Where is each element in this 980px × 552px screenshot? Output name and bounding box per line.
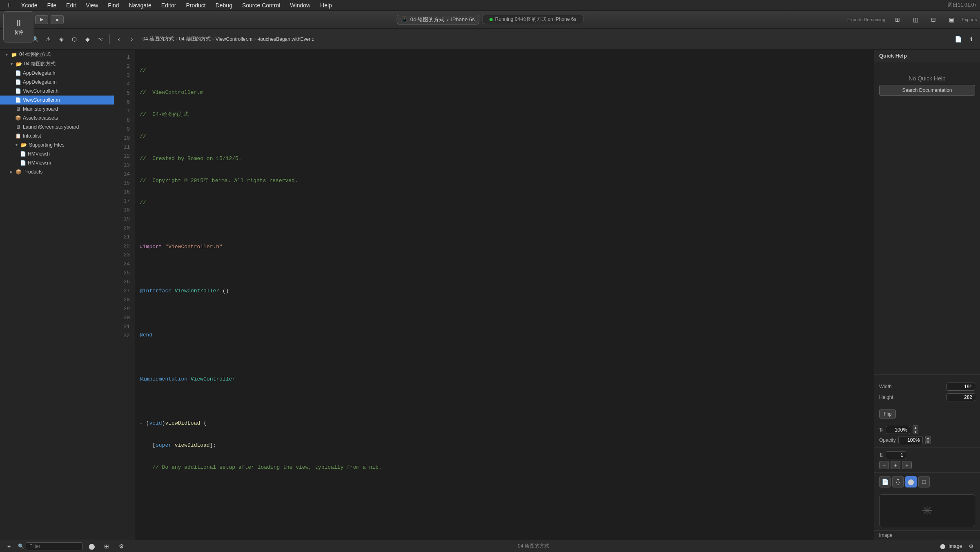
bottom-layout-btn[interactable]: ⊞ — [101, 541, 112, 552]
minus-button[interactable]: − — [879, 461, 889, 469]
hmview-h-icon: 📄 — [20, 151, 26, 157]
bottom-settings-btn[interactable]: ⚙ — [116, 541, 127, 552]
circle-icon-btn[interactable]: ⬤ — [905, 476, 917, 487]
plus-minus-row: − + + — [879, 461, 975, 469]
thickness-input[interactable]: 1 — [886, 451, 906, 459]
code-line-5: // Created by Romeo on 15/12/5. — [140, 154, 869, 163]
scale-down-arrow[interactable]: ▼ — [913, 430, 918, 434]
scheme-selector[interactable]: 📱 04-绘图的方式 › iPhone 6s — [397, 15, 479, 24]
sidebar-item-main-storyboard[interactable]: 🖥 Main.storyboard — [0, 105, 114, 114]
sidebar-item-root-project[interactable]: 📁 04-绘图的方式 — [0, 50, 114, 59]
opacity-up-arrow[interactable]: ▲ — [925, 436, 931, 440]
code-icon-btn[interactable]: {} — [892, 476, 904, 487]
menu-find[interactable]: Find — [104, 1, 123, 9]
sidebar-viewcontroller-h: ViewController.h — [23, 88, 111, 94]
breakpoint-btn[interactable]: ◆ — [82, 33, 93, 45]
sidebar-item-products[interactable]: 📦 Products — [0, 167, 114, 176]
warning-btn[interactable]: ⚠ — [42, 33, 54, 45]
code-container[interactable]: 1 2 3 4 5 6 7 8 9 10 11 12 13 14 15 16 1… — [114, 50, 874, 540]
menu-navigate[interactable]: Navigate — [125, 1, 156, 9]
bottom-bar: + 🔍 ⬤ ⊞ ⚙ 04-绘图的方式 ⬤ image ⚙ — [0, 540, 980, 552]
exports-remaining: Exports Remaining — [847, 17, 885, 22]
layout-btn-4[interactable]: ▣ — [946, 14, 957, 25]
sidebar-item-viewcontroller-m[interactable]: 📄 ViewController.m — [0, 96, 114, 105]
sidebar-item-viewcontroller-h[interactable]: 📄 ViewController.h — [0, 87, 114, 96]
menu-debug[interactable]: Debug — [212, 1, 236, 9]
plus-button-2[interactable]: + — [902, 461, 912, 469]
sidebar-main-storyboard: Main.storyboard — [23, 106, 111, 112]
git-btn[interactable]: ⌥ — [95, 33, 106, 45]
sidebar-item-info-plist[interactable]: 📋 Info.plist — [0, 131, 114, 140]
sidebar-item-group[interactable]: 📂 04-绘图的方式 — [0, 59, 114, 69]
secondary-toolbar: 📁 ⚑ 🔍 ⚠ ◈ ⬡ ◆ ⌥ ‹ › 04-绘图的方式 › 04-绘图的方式 … — [0, 29, 980, 50]
code-line-2: // ViewController.m — [140, 88, 869, 97]
line-num-13: 13 — [114, 161, 135, 170]
right-panel-btn-1[interactable]: 📄 — [952, 33, 964, 45]
triangle-icon-3 — [15, 143, 18, 147]
opacity-down-arrow[interactable]: ▼ — [925, 440, 931, 444]
breadcrumb-part-2[interactable]: 04-绘图的方式 — [179, 36, 210, 42]
menu-editor[interactable]: Editor — [157, 1, 180, 9]
layout-btn-3[interactable]: ⊟ — [928, 14, 939, 25]
sidebar-item-assets[interactable]: 📦 Assets.xcassets — [0, 114, 114, 122]
sidebar-item-hmview-m[interactable]: 📄 HMView.m — [0, 158, 114, 167]
bottom-add-btn[interactable]: + — [3, 541, 15, 552]
code-content[interactable]: // // ViewController.m // 04-绘图的方式 // //… — [135, 50, 874, 540]
line-num-11: 11 — [114, 143, 135, 152]
bottom-search-input[interactable] — [26, 542, 83, 550]
back-btn[interactable]: ‹ — [113, 33, 125, 45]
line-num-23: 23 — [114, 251, 135, 260]
stop-button[interactable]: ■ — [51, 15, 64, 24]
square-icon-btn[interactable]: □ — [918, 476, 930, 487]
line-num-25: 25 — [114, 269, 135, 278]
width-input[interactable] — [947, 383, 975, 391]
apple-menu[interactable]:  — [3, 2, 16, 9]
file-icon-btn[interactable]: 📄 — [879, 476, 891, 487]
line-num-24: 24 — [114, 260, 135, 269]
line-num-27: 27 — [114, 287, 135, 296]
breadcrumb-part-4[interactable]: -touchesBegan:withEvent: — [257, 36, 314, 42]
menu-product[interactable]: Product — [182, 1, 209, 9]
bottom-right-btn[interactable]: ⚙ — [965, 541, 977, 552]
launch-storyboard-icon: 🖥 — [15, 124, 21, 130]
sidebar-supporting: Supporting Files — [29, 142, 111, 148]
test-btn[interactable]: ◈ — [56, 33, 67, 45]
sidebar-item-launchscreen[interactable]: 🖥 LaunchScreen.storyboard — [0, 122, 114, 131]
image-label-row: image — [874, 530, 980, 540]
menu-xcode[interactable]: Xcode — [17, 1, 42, 9]
code-line-10 — [140, 265, 869, 274]
menu-window[interactable]: Window — [286, 1, 314, 9]
bottom-info: 04-绘图的方式 — [518, 543, 549, 550]
right-panel-header: Quick Help — [874, 50, 980, 62]
breadcrumb-part-3[interactable]: ViewController.m — [216, 36, 252, 42]
exports-btn[interactable]: Exports — [964, 14, 975, 25]
plus-button[interactable]: + — [891, 461, 900, 469]
thickness-up-down-icon: ⇅ — [879, 452, 883, 458]
debug-btn[interactable]: ⬡ — [69, 33, 80, 45]
menu-edit[interactable]: Edit — [62, 1, 80, 9]
flip-button[interactable]: Flip — [879, 410, 896, 418]
scale-up-arrow[interactable]: ▲ — [913, 425, 918, 430]
layout-btn-2[interactable]: ◫ — [910, 14, 921, 25]
forward-btn[interactable]: › — [126, 33, 138, 45]
bottom-toggle-btn[interactable]: ⬤ — [86, 541, 98, 552]
opacity-input[interactable]: 100% — [898, 436, 923, 444]
sidebar-item-supporting-files[interactable]: 📂 Supporting Files — [0, 140, 114, 149]
code-line-14 — [140, 353, 869, 362]
search-documentation-button[interactable]: Search Documentation — [879, 85, 975, 96]
menu-source-control[interactable]: Source Control — [238, 1, 284, 9]
sidebar-item-hmview-h[interactable]: 📄 HMView.h — [0, 149, 114, 158]
menu-view[interactable]: View — [82, 1, 102, 9]
breadcrumb-sep-3: › — [254, 36, 256, 42]
right-panel-btn-2[interactable]: ℹ — [965, 33, 977, 45]
height-input[interactable] — [947, 393, 975, 401]
sidebar-item-appdelegate-h[interactable]: 📄 AppDelegate.h — [0, 69, 114, 78]
sidebar-item-appdelegate-m[interactable]: 📄 AppDelegate.m — [0, 78, 114, 87]
scale-input-1[interactable]: 100% — [886, 426, 910, 434]
menu-help[interactable]: Help — [316, 1, 336, 9]
breadcrumb-part-1[interactable]: 04-绘图的方式 — [143, 36, 174, 42]
layout-btn-1[interactable]: ⊞ — [892, 14, 903, 25]
width-field: Width — [879, 381, 975, 392]
menu-file[interactable]: File — [43, 1, 61, 9]
run-button[interactable]: ▶ — [35, 15, 48, 24]
